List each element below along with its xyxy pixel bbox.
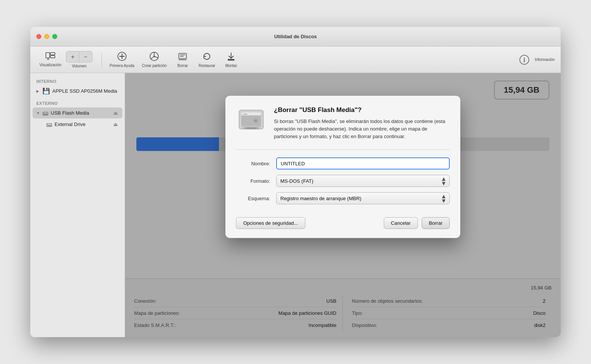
form-row-nombre: Nombre: <box>236 157 450 170</box>
add-volume-button[interactable]: ＋ <box>66 51 79 62</box>
visualization-button[interactable]: Visualización <box>36 51 64 68</box>
cancel-button[interactable]: Cancelar <box>384 217 418 229</box>
erase-icon <box>178 51 188 63</box>
restore-icon <box>202 51 212 63</box>
sidebar-external-header: Externo <box>30 100 125 107</box>
svg-point-8 <box>524 57 525 58</box>
create-partition-button[interactable]: Crear partición <box>139 50 170 69</box>
external-drive-icon: 🖴 <box>46 121 52 128</box>
sidebar-usb-flash-label: USB Flash Media <box>51 110 113 116</box>
visualization-label: Visualización <box>39 63 61 67</box>
formato-select[interactable]: MS-DOS (FAT) ExFAT Mac OS Plus (con regi… <box>276 175 450 187</box>
content-area: 15,94 GB 15,94 GB Conexión: USB Mapa de <box>125 73 561 337</box>
erase-button[interactable]: Borrar <box>422 217 450 229</box>
nombre-label: Nombre: <box>236 161 270 166</box>
maximize-button[interactable] <box>52 34 57 39</box>
titlebar: Utilidad de Discos <box>30 27 561 47</box>
modal-description: Si borras "USB Flash Media", se eliminar… <box>274 118 450 140</box>
sidebar-internal-header: Interno <box>30 78 125 85</box>
visualization-icon <box>45 52 55 62</box>
sidebar-item-usb-flash[interactable]: ▼ 🖴 USB Flash Media ⏏ <box>33 107 122 118</box>
info-label: Información <box>535 58 555 62</box>
toolbar-separator-1 <box>102 52 102 67</box>
svg-rect-0 <box>46 53 50 58</box>
remove-volume-button[interactable]: － <box>79 51 92 62</box>
esquema-label: Esquema: <box>236 196 270 201</box>
sidebar-apple-ssd-label: APPLE SSD AP0256M Media <box>52 88 119 94</box>
create-partition-icon <box>149 51 159 63</box>
info-button[interactable] <box>517 52 532 67</box>
svg-rect-12 <box>243 114 247 115</box>
eject-external-icon[interactable]: ⏏ <box>113 121 119 128</box>
create-partition-label: Crear partición <box>142 64 167 68</box>
formato-select-wrapper: MS-DOS (FAT) ExFAT Mac OS Plus (con regi… <box>276 175 450 187</box>
modal-drive-icon <box>236 106 266 137</box>
form-row-esquema: Esquema: Registro maestro de arranque (M… <box>236 192 450 204</box>
mount-icon <box>226 51 236 63</box>
app-window: Utilidad de Discos Visualización ＋ － <box>30 27 561 337</box>
eject-usb-icon[interactable]: ⏏ <box>113 109 119 117</box>
first-aid-icon <box>117 51 127 63</box>
nombre-input[interactable] <box>276 157 450 170</box>
modal-top: ¿Borrar "USB Flash Media"? Si borras "US… <box>236 106 450 140</box>
minimize-button[interactable] <box>44 34 49 39</box>
modal-buttons: Opciones de seguridad... Cancelar Borrar <box>236 213 450 229</box>
usb-drive-icon: 🖴 <box>42 110 48 117</box>
erase-dialog: ¿Borrar "USB Flash Media"? Si borras "US… <box>225 96 460 238</box>
svg-rect-2 <box>50 56 55 58</box>
svg-point-5 <box>153 56 155 57</box>
chevron-right-icon: ▶ <box>36 89 41 93</box>
erase-label: Borrar <box>177 64 188 68</box>
sidebar-item-external-drive[interactable]: 🖴 External Drive ⏏ <box>33 119 122 130</box>
modal-title: ¿Borrar "USB Flash Media"? <box>274 106 450 114</box>
volume-controls: ＋ － <box>66 51 92 62</box>
esquema-select[interactable]: Registro maestro de arranque (MBR) Mapa … <box>276 192 450 204</box>
erase-toolbar-button[interactable]: Borrar <box>171 50 194 69</box>
svg-rect-1 <box>50 53 55 55</box>
first-aid-label: Primera Ayuda <box>109 64 134 68</box>
sidebar-external-drive-label: External Drive <box>55 121 113 127</box>
security-options-button[interactable]: Opciones de seguridad... <box>236 217 305 229</box>
sidebar: Interno ▶ 💾 APPLE SSD AP0256M Media Exte… <box>30 73 125 337</box>
toolbar: Visualización ＋ － Volumen Primera Ayuda <box>30 47 561 73</box>
esquema-select-wrapper: Registro maestro de arranque (MBR) Mapa … <box>276 192 450 204</box>
svg-point-17 <box>255 120 256 121</box>
main-area: Interno ▶ 💾 APPLE SSD AP0256M Media Exte… <box>30 73 561 337</box>
first-aid-button[interactable]: Primera Ayuda <box>106 50 137 69</box>
svg-rect-6 <box>179 53 186 59</box>
modal-text-area: ¿Borrar "USB Flash Media"? Si borras "US… <box>274 106 450 140</box>
modal-form: Nombre: Formato: MS-DOS (FAT) ExFAT Mac … <box>236 149 450 204</box>
restore-button[interactable]: Restaurar <box>195 50 218 69</box>
mount-button[interactable]: Montar <box>220 50 242 69</box>
window-title: Utilidad de Discos <box>274 34 317 39</box>
traffic-lights <box>36 34 57 39</box>
restore-label: Restaurar <box>199 64 215 68</box>
volume-label: Volumen <box>72 64 87 68</box>
formato-label: Formato: <box>236 178 270 184</box>
close-button[interactable] <box>36 34 41 39</box>
form-row-formato: Formato: MS-DOS (FAT) ExFAT Mac OS Plus … <box>236 175 450 187</box>
modal-overlay: ¿Borrar "USB Flash Media"? Si borras "US… <box>125 73 561 337</box>
chevron-down-icon: ▼ <box>36 111 41 115</box>
hdd-icon: 💾 <box>42 87 50 95</box>
sidebar-item-apple-ssd[interactable]: ▶ 💾 APPLE SSD AP0256M Media <box>33 86 122 96</box>
mount-label: Montar <box>225 64 237 68</box>
svg-rect-15 <box>247 128 256 129</box>
svg-rect-13 <box>241 126 261 127</box>
